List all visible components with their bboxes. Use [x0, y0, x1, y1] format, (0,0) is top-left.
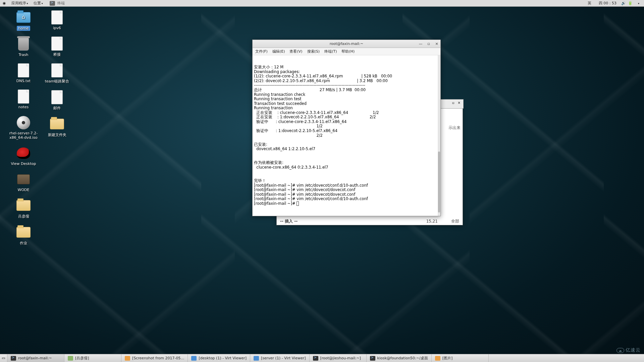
- desktop-icon-WODE[interactable]: WODE: [6, 172, 41, 192]
- panel-distro-icon[interactable]: ◉: [0, 0, 9, 6]
- places-menu[interactable]: 位置▾: [31, 0, 46, 6]
- desktop-icon-home[interactable]: home: [6, 10, 41, 31]
- desktop-icon-新建文件夹[interactable]: 新建文件夹: [40, 117, 74, 137]
- desktop-icon-吕彦儒[interactable]: 吕彦儒: [6, 198, 41, 219]
- desktop-icon-label: ipv6: [40, 26, 74, 30]
- user-menu[interactable]: ▾: [635, 0, 642, 6]
- taskbar-item[interactable]: [server (1) - Virt Viewer]: [250, 354, 310, 362]
- terminal-menu-终端(T)[interactable]: 终端(T): [324, 49, 337, 54]
- folder-icon: [15, 198, 32, 213]
- desktop-icon-label: 吕彦儒: [6, 214, 41, 219]
- volume-icon[interactable]: 🔊: [621, 1, 626, 6]
- taskbar-item-label: [图片]: [442, 356, 453, 361]
- desktop-icon-label: team链路聚合: [40, 79, 74, 84]
- taskbar-item[interactable]: [图片]: [432, 354, 489, 362]
- taskbar-item-label: [Screenshot from 2017-05…: [132, 356, 184, 360]
- terminal-menu-编辑(E)[interactable]: 编辑(E): [272, 49, 285, 54]
- terminal-icon: [50, 1, 55, 6]
- desktop-icon-Trash[interactable]: Trash: [6, 37, 41, 57]
- terminal-title-text: root@faxin-mail:~: [330, 42, 364, 46]
- terminal-menubar: 文件(F)编辑(E)查看(V)搜索(S)终端(T)帮助(H): [253, 48, 440, 55]
- desktop-icon-label: View Desktop: [6, 162, 41, 166]
- taskbar-item[interactable]: root@faxin-mail:~: [7, 354, 64, 362]
- terminal-titlebar[interactable]: root@faxin-mail:~ — ▫ ×: [253, 40, 440, 48]
- terminal-menu-搜索(S)[interactable]: 搜索(S): [307, 49, 320, 54]
- minimize-button[interactable]: —: [418, 42, 423, 46]
- bg-win-maximize-icon[interactable]: ▫: [452, 101, 454, 105]
- desktop-icon-label: WODE: [6, 188, 41, 192]
- terminal-scrollbar[interactable]: [438, 55, 440, 216]
- desktop-icon-notes[interactable]: notes: [6, 89, 41, 109]
- taskbar-item-label: [吕彦儒]: [75, 356, 89, 361]
- term-icon: [313, 356, 318, 361]
- terminal-menu-查看(V)[interactable]: 查看(V): [289, 49, 302, 54]
- desktop-icon-label: home: [17, 26, 30, 31]
- editor-status-bar: -- 插入 -- 15,21 全部: [277, 218, 463, 225]
- terminal-menu-文件(F)[interactable]: 文件(F): [255, 49, 268, 54]
- taskbar-item-label: [server (1) - Virt Viewer]: [261, 356, 306, 360]
- watermark-logo: ☁亿速云: [616, 347, 641, 353]
- desktop-icon-rhel-server-7.2-x86_64-dvd.iso[interactable]: rhel-server-7.2-x86_64-dvd.iso: [6, 115, 41, 140]
- desktop-icon-team链路聚合[interactable]: team链路聚合: [40, 63, 74, 84]
- editor-visible-text: 示出来: [448, 125, 461, 131]
- taskbar-item-label: kiosk@foundation50:~/桌面: [377, 356, 428, 361]
- file-icon: [15, 89, 32, 104]
- file-icon: [15, 63, 32, 78]
- desktop-icon-label: 邮件: [40, 106, 74, 111]
- editor-cursor-pos: 15,21: [426, 219, 438, 224]
- maximize-button[interactable]: ▫: [426, 42, 431, 46]
- taskbar-item-label: [root@jieshou-mail:~]: [320, 356, 361, 360]
- trash-icon: [15, 37, 32, 52]
- taskbar-item[interactable]: kiosk@foundation50:~/桌面: [367, 354, 432, 362]
- editor-percent: 全部: [451, 219, 459, 224]
- redhat-icon: [15, 146, 32, 161]
- desktop-icon-label: notes: [6, 105, 41, 109]
- desktop-icon-桥接[interactable]: 桥接: [40, 36, 74, 57]
- desktop-icon-label: 桥接: [40, 52, 74, 57]
- folder-icon: [15, 225, 32, 240]
- img-icon: [435, 356, 440, 361]
- taskbar-item[interactable]: [desktop (1) - Virt Viewer]: [188, 354, 250, 362]
- desktop-icon-DNS.txt[interactable]: DNS.txt: [6, 63, 41, 83]
- bottom-taskbar: ▭ root@faxin-mail:~[吕彦儒][Screenshot from…: [0, 354, 644, 362]
- running-app-terminal[interactable]: 终端: [47, 0, 68, 6]
- desktop-icon-label: rhel-server-7.2-x86_64-dvd.iso: [6, 131, 41, 140]
- terminal-window[interactable]: root@faxin-mail:~ — ▫ × 文件(F)编辑(E)查看(V)搜…: [252, 40, 441, 216]
- close-button[interactable]: ×: [434, 42, 439, 46]
- desktop-icon-邮件[interactable]: 邮件: [40, 90, 74, 111]
- apps-menu[interactable]: 应用程序▾: [9, 0, 31, 6]
- taskbar-item[interactable]: [root@jieshou-mail:~]: [310, 354, 367, 362]
- desktop-icon-label: DNS.txt: [6, 79, 41, 83]
- desktop-icon-ipv6[interactable]: ipv6: [40, 10, 74, 30]
- top-panel: ◉ 应用程序▾ 位置▾ 终端 英 四 00 : 53 🔊 🔋 ▾: [0, 0, 644, 7]
- img-icon: [125, 356, 130, 361]
- taskbar-item[interactable]: [Screenshot from 2017-05…: [121, 354, 188, 362]
- desktop-icon-label: 新建文件夹: [40, 132, 74, 137]
- editor-mode: -- 插入 --: [280, 219, 298, 224]
- battery-icon[interactable]: 🔋: [628, 1, 633, 6]
- taskbar-item-label: [desktop (1) - Virt Viewer]: [199, 356, 247, 360]
- terminal-body[interactable]: 安装大小：12 M Downloading packages: (1/2): c…: [253, 55, 440, 216]
- clock[interactable]: 四 00 : 53: [596, 0, 619, 6]
- bg-win-close-icon[interactable]: ×: [458, 101, 461, 105]
- file-icon: [49, 90, 65, 105]
- taskbar-item-label: root@faxin-mail:~: [18, 356, 52, 360]
- background-window-titlebar[interactable]: ▫ ×: [439, 99, 464, 109]
- vm-icon: [191, 356, 197, 361]
- term-icon: [11, 356, 16, 361]
- desktop-icon-View-Desktop[interactable]: View Desktop: [6, 146, 41, 166]
- desktop-icon-label: 作业: [6, 241, 41, 246]
- ime-indicator[interactable]: 英: [585, 0, 594, 6]
- desktop-icon-作业[interactable]: 作业: [6, 225, 41, 246]
- drive-icon: [15, 172, 32, 187]
- folder-icon: [49, 117, 65, 131]
- desktop-icon-label: Trash: [6, 53, 41, 57]
- vm-icon: [254, 356, 259, 361]
- taskbar-item[interactable]: [吕彦儒]: [64, 354, 121, 362]
- terminal-menu-帮助(H)[interactable]: 帮助(H): [341, 49, 355, 54]
- file-icon: [49, 10, 65, 25]
- terminal-cursor: [297, 201, 299, 206]
- folder-home-icon: [15, 10, 32, 25]
- disc-icon: [15, 115, 32, 130]
- show-desktop-button[interactable]: ▭: [0, 354, 7, 362]
